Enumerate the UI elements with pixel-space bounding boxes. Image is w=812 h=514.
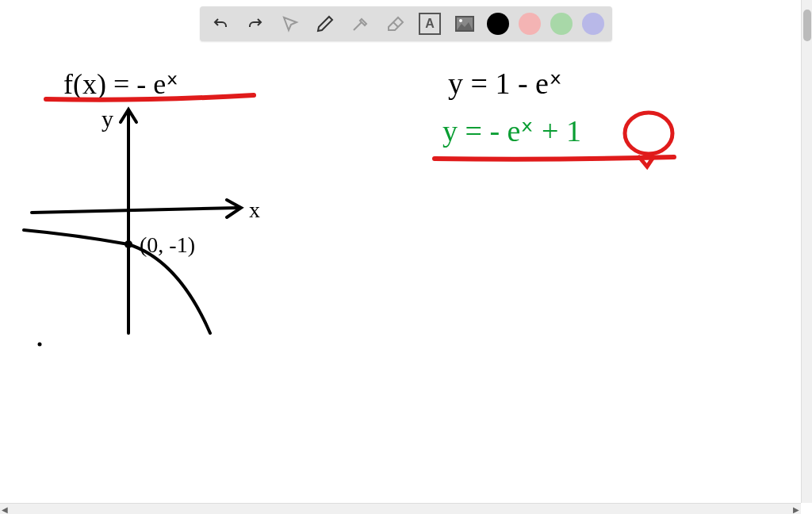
color-pink[interactable] [519, 13, 541, 35]
pointer-tool[interactable] [278, 11, 303, 36]
image-icon [455, 16, 474, 32]
pencil-tool[interactable] [312, 11, 338, 36]
drawing-toolbar: A [200, 6, 612, 41]
equation-fx: f(x) = - eˣ [63, 68, 178, 100]
stray-dot [38, 343, 42, 347]
x-axis [32, 208, 238, 213]
y-axis-label: y [102, 105, 113, 132]
point-label: (0, -1) [140, 232, 195, 257]
eraser-tool[interactable] [382, 11, 408, 36]
whiteboard-canvas[interactable]: f(x) = - eˣ y x (0, -1) y = 1 - eˣ y = -… [0, 0, 812, 514]
undo-icon [211, 14, 230, 33]
eraser-icon [385, 14, 404, 33]
text-tool[interactable]: A [417, 11, 442, 36]
redo-button[interactable] [243, 11, 268, 36]
image-tool[interactable] [452, 11, 477, 36]
vertical-scrollbar[interactable] [801, 0, 812, 503]
equation-y1: y = 1 - eˣ [448, 67, 562, 100]
tools-button[interactable] [347, 11, 373, 36]
color-black[interactable] [487, 13, 509, 35]
red-circle-plus-one [625, 113, 672, 154]
pointer-icon [281, 14, 300, 33]
redo-icon [246, 14, 265, 33]
pencil-icon [316, 14, 335, 33]
tools-icon [350, 14, 370, 33]
vertical-scrollbar-thumb[interactable] [803, 10, 811, 41]
x-axis-label: x [249, 198, 260, 222]
color-purple[interactable] [582, 13, 604, 35]
point-marker [124, 240, 132, 248]
horizontal-scrollbar[interactable]: ◀ ▶ [0, 503, 801, 514]
drawing-layer: f(x) = - eˣ y x (0, -1) y = 1 - eˣ y = -… [0, 0, 801, 503]
scroll-right-icon[interactable]: ▶ [793, 505, 799, 514]
equation-y2: y = - eˣ + 1 [442, 114, 581, 148]
undo-button[interactable] [208, 11, 233, 36]
scroll-left-icon[interactable]: ◀ [2, 505, 8, 514]
text-icon: A [419, 13, 441, 35]
color-green[interactable] [550, 13, 573, 35]
